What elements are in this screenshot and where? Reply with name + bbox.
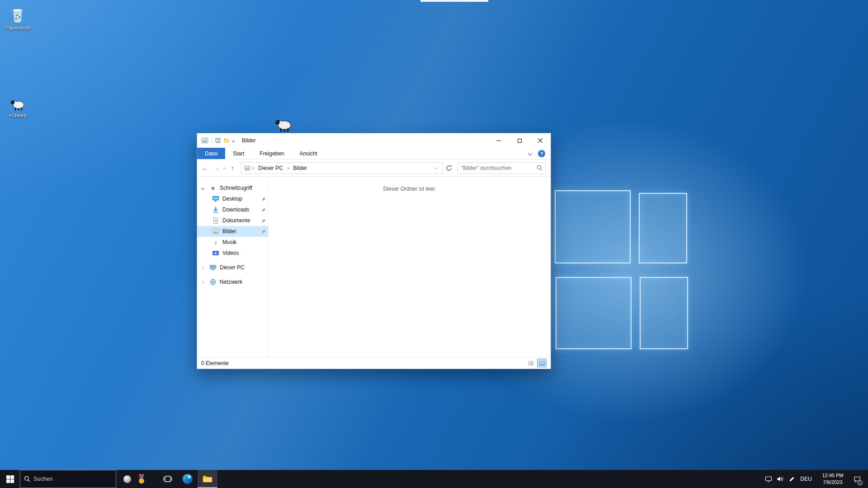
weather-moon-icon[interactable]: [120, 470, 134, 488]
sidebar-item-label: Netzwerk: [220, 279, 242, 285]
desktop: Papierkorb eSheep: [0, 0, 868, 488]
close-icon: [538, 138, 542, 143]
clock[interactable]: 12:45 PM 7/6/2023: [818, 472, 848, 486]
location-icon: [244, 165, 250, 171]
address-bar[interactable]: › Dieser PC › Bilder: [241, 162, 443, 174]
titlebar[interactable]: Bilder: [197, 133, 551, 148]
window-title: Bilder: [242, 137, 256, 144]
close-button[interactable]: [530, 133, 551, 148]
search-icon: [537, 165, 542, 171]
file-explorer-button[interactable]: [198, 470, 217, 488]
tab-datei[interactable]: Datei: [197, 148, 225, 159]
expand-chevron-icon[interactable]: [202, 267, 209, 269]
desktop-icon-recycle-bin[interactable]: Papierkorb: [0, 5, 35, 30]
refresh-icon: [446, 165, 452, 171]
taskbar: DEU 12:45 PM 7/6/2023 1: [0, 470, 868, 488]
maximize-icon: [518, 139, 522, 143]
search-input[interactable]: [461, 165, 537, 171]
desktop-icon-label: eSheep: [0, 113, 35, 118]
pin-icon: [261, 218, 266, 225]
sidebar-item-netzwerk[interactable]: Netzwerk: [197, 277, 268, 287]
date: 7/6/2023: [818, 479, 848, 486]
qat-customize-chevron-icon[interactable]: [232, 139, 235, 142]
help-icon[interactable]: ?: [538, 150, 545, 157]
wallpaper-windows-logo: [551, 184, 704, 359]
qat-new-folder-icon[interactable]: [224, 138, 229, 143]
minimize-icon: [496, 141, 501, 141]
tab-start[interactable]: Start: [225, 148, 252, 159]
sidebar-item-desktop[interactable]: Desktop: [197, 193, 268, 204]
address-dropdown-chevron-icon[interactable]: [432, 163, 441, 174]
language-indicator[interactable]: DEU: [798, 476, 814, 482]
folder-content[interactable]: Dieser Ordner ist leer.: [269, 177, 551, 357]
sidebar-item-bilder[interactable]: Bilder: [197, 226, 268, 237]
taskbar-search-input[interactable]: [33, 476, 112, 482]
sidebar-item-dokumente[interactable]: Dokumente: [197, 215, 268, 226]
ribbon-expand-chevron-icon[interactable]: [528, 151, 533, 156]
volume-icon[interactable]: [774, 470, 786, 488]
search-box[interactable]: [458, 162, 546, 174]
task-view-icon: [163, 475, 172, 483]
monitor-icon[interactable]: [763, 470, 774, 488]
start-button[interactable]: [0, 470, 20, 488]
quick-access-star-icon: ★: [209, 185, 217, 192]
icons-view-button[interactable]: [537, 359, 547, 367]
notification-badge: 1: [858, 480, 863, 485]
sidebar-item-videos[interactable]: Videos: [197, 248, 268, 258]
refresh-button[interactable]: [443, 162, 455, 174]
pin-icon: [261, 229, 266, 235]
status-bar: 0 Elemente: [197, 357, 551, 369]
breadcrumb-bilder[interactable]: Bilder: [289, 163, 311, 174]
explorer-window: Bilder Datei Start Freigeben Ansicht ? ←…: [197, 133, 551, 369]
recycle-bin-icon: [0, 5, 35, 23]
this-pc-icon: [209, 264, 217, 271]
sidebar-item-downloads[interactable]: Downloads: [197, 204, 268, 215]
recent-locations-chevron-icon[interactable]: [223, 166, 226, 169]
navigation-pane: ★ Schnellzugriff Desktop: [197, 177, 269, 357]
collapse-chevron-icon[interactable]: [202, 187, 209, 189]
pen-icon[interactable]: [786, 470, 798, 488]
video-icon: [212, 249, 220, 257]
time: 12:45 PM: [818, 472, 848, 479]
file-explorer-icon: [203, 475, 212, 483]
action-center-icon[interactable]: 1: [851, 470, 863, 488]
breadcrumb-dieser-pc[interactable]: Dieser PC: [255, 163, 287, 174]
ribbon-tabs: Datei Start Freigeben Ansicht ?: [197, 148, 551, 160]
item-count: 0 Elemente: [201, 360, 229, 366]
tab-ansicht[interactable]: Ansicht: [292, 148, 325, 159]
pin-icon: [261, 197, 266, 203]
minimize-button[interactable]: [488, 133, 509, 148]
sidebar-item-label: Bilder: [222, 228, 236, 235]
sidebar-item-label: Dokumente: [222, 217, 250, 224]
sidebar-item-label: Dieser PC: [220, 264, 245, 271]
system-tray: DEU 12:45 PM 7/6/2023 1: [763, 470, 868, 488]
window-controls: [488, 133, 551, 148]
esheep-pet-sprite[interactable]: [274, 118, 293, 132]
icons-view-icon: [539, 361, 545, 366]
windows-logo-icon: [6, 475, 14, 483]
maximize-button[interactable]: [509, 133, 530, 148]
details-view-icon: [528, 361, 534, 366]
network-globe-icon: [209, 278, 217, 286]
up-button[interactable]: ↑: [226, 162, 238, 174]
sidebar-item-dieser-pc[interactable]: Dieser PC: [197, 262, 268, 273]
back-button[interactable]: ←: [199, 162, 211, 174]
quick-access-toolbar: [197, 137, 235, 144]
expand-chevron-icon[interactable]: [202, 281, 209, 283]
tab-freigeben[interactable]: Freigeben: [252, 148, 292, 159]
separator: [212, 137, 212, 144]
taskbar-search[interactable]: [20, 470, 116, 488]
document-icon: [212, 217, 220, 224]
sidebar-item-label: Musik: [222, 239, 236, 245]
details-view-button[interactable]: [526, 359, 536, 367]
download-arrow-icon: [212, 206, 220, 213]
task-view-button[interactable]: [158, 470, 178, 488]
forward-button[interactable]: →: [211, 162, 222, 174]
medal-icon[interactable]: [134, 470, 149, 488]
sidebar-item-musik[interactable]: ♪ Musik: [197, 237, 268, 248]
sidebar-item-schnellzugriff[interactable]: ★ Schnellzugriff: [197, 183, 268, 193]
pictures-icon: [212, 228, 220, 235]
desktop-icon-esheep[interactable]: eSheep: [0, 93, 35, 118]
edge-button[interactable]: [178, 470, 198, 488]
qat-properties-icon[interactable]: [215, 138, 221, 143]
